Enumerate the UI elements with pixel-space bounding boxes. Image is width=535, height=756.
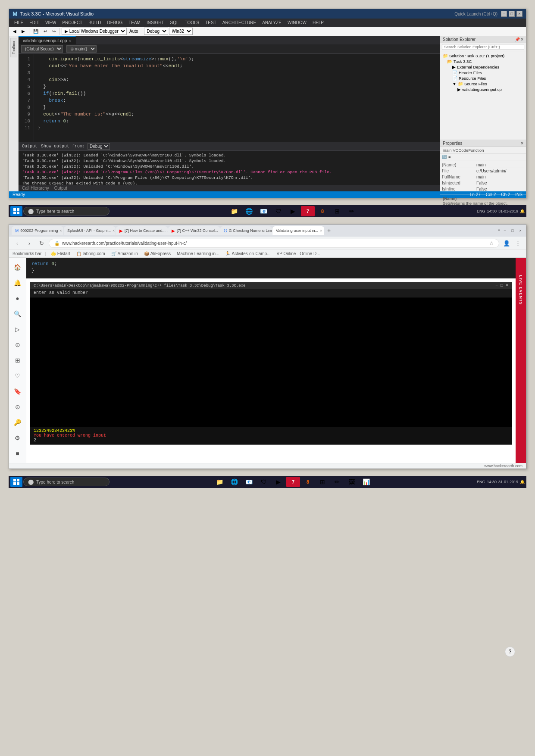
menu-team[interactable]: TEAM: [126, 19, 143, 26]
taskbar-app-grid[interactable]: ⊞: [330, 206, 344, 216]
taskbar-app-mail[interactable]: 📧: [257, 206, 271, 216]
sidebar-stop-icon[interactable]: ■: [12, 447, 24, 459]
taskbar-app-edit[interactable]: ✏: [345, 206, 359, 216]
moodle-tab-close-icon[interactable]: ×: [59, 228, 62, 233]
taskbar-app-explorer[interactable]: 📁: [228, 206, 241, 216]
taskbar-search-box[interactable]: ⬤ Type here to search: [23, 207, 110, 216]
tree-item-source[interactable]: ▼ 📁 Source Files: [442, 81, 524, 87]
browser-menu-icon[interactable]: ⋮: [513, 238, 522, 248]
bookmark-labong[interactable]: 📋 labong.com: [75, 251, 106, 256]
menu-build[interactable]: BUILD: [86, 19, 103, 26]
new-tab-button[interactable]: +: [325, 226, 333, 235]
menu-test[interactable]: TEST: [203, 19, 219, 26]
taskbar2-app-mail[interactable]: 📧: [242, 477, 256, 487]
menu-file[interactable]: FILE: [12, 19, 26, 26]
taskbar2-app-explorer[interactable]: 📁: [213, 477, 227, 487]
taskbar2-app-8[interactable]: 8: [301, 477, 315, 487]
quick-launch[interactable]: Quick Launch (Ctrl+Q): [454, 12, 497, 16]
sidebar-refresh-icon[interactable]: ⊙: [12, 339, 24, 351]
platform-select[interactable]: Win32: [169, 28, 193, 35]
address-bar[interactable]: 🔒 www.hackerearth.com/practice/tutorials…: [49, 239, 499, 248]
sidebar-play-icon[interactable]: ▷: [12, 323, 24, 335]
tree-item-solution[interactable]: 📁 Solution 'Task 3.3C' (1 project): [442, 53, 524, 59]
user-account-icon[interactable]: 👤: [502, 238, 511, 248]
taskbar-app-chrome[interactable]: 🌐: [242, 206, 256, 216]
menu-sql[interactable]: SQL: [168, 19, 181, 26]
systray2-notification[interactable]: 🔔: [520, 480, 525, 484]
bookmark-flistart[interactable]: 🌟 Flistart: [50, 251, 72, 256]
props-close-icon[interactable]: ×: [521, 141, 523, 146]
tree-item-headers[interactable]: 📄 Header Files: [442, 70, 524, 75]
output-tab[interactable]: Output: [54, 186, 67, 191]
sidebar-key-icon[interactable]: 🔑: [12, 416, 24, 428]
taskbar2-app-shield[interactable]: 🛡: [257, 477, 271, 487]
solution-explorer-tab[interactable]: Toolbox: [10, 38, 17, 57]
active-tab-close-icon[interactable]: ×: [320, 228, 322, 233]
sidebar-dot-icon[interactable]: ●: [12, 292, 24, 304]
sidebar-home-icon[interactable]: 🏠: [12, 261, 24, 273]
bookmark-star-icon[interactable]: ☆: [489, 241, 494, 246]
splashedit-tab-close-icon[interactable]: ×: [113, 228, 115, 233]
browser-restore-button[interactable]: □: [510, 228, 516, 234]
solution-search-input[interactable]: [442, 44, 524, 50]
minimize-button[interactable]: −: [501, 11, 507, 17]
menu-architecture[interactable]: ARCHITECTURE: [220, 19, 259, 26]
taskbar2-app-grid[interactable]: ⊞: [316, 477, 329, 487]
taskbar-app-7[interactable]: 7: [301, 206, 315, 216]
browser-close-button[interactable]: ×: [517, 228, 523, 234]
sidebar-bookmark-icon[interactable]: 🔖: [12, 385, 24, 397]
menu-insight[interactable]: INSIGHT: [144, 19, 167, 26]
vs-code-content[interactable]: cin.ignore(numeric_limits<streamsize>::m…: [34, 54, 440, 142]
taskbar2-app-media[interactable]: ▶: [272, 477, 285, 487]
output-source-select[interactable]: Debug: [88, 143, 110, 150]
menu-project[interactable]: PROJECT: [59, 19, 85, 26]
menu-edit[interactable]: EDIT: [27, 19, 42, 26]
menu-analyze[interactable]: ANALYZE: [260, 19, 284, 26]
scope-select[interactable]: (Global Scope): [21, 45, 63, 53]
restore-button[interactable]: □: [509, 11, 515, 17]
function-select[interactable]: ⊕ main(): [66, 45, 97, 53]
bookmark-aliexpress[interactable]: 📦 AliExpress: [143, 251, 172, 256]
terminal-close-icon[interactable]: ×: [506, 283, 508, 288]
menu-debug[interactable]: DEBUG: [105, 19, 125, 26]
toolbar-redo[interactable]: ↪: [50, 28, 58, 34]
terminal-minimize-icon[interactable]: −: [495, 283, 498, 288]
call-hierarchy-tab[interactable]: Call Hierarchy: [22, 186, 49, 191]
tab-close-icon[interactable]: ×: [69, 39, 71, 43]
reload-button[interactable]: ↻: [37, 238, 46, 248]
minimize-win-icon[interactable]: ≡: [498, 228, 500, 234]
sidebar-heart-icon[interactable]: ♡: [12, 370, 24, 382]
props-sort-icon[interactable]: 🔠: [442, 155, 447, 159]
toolbar-undo[interactable]: ↩: [41, 28, 49, 34]
browser-tab-moodle[interactable]: M 900202-Programming ×: [12, 226, 63, 235]
tree-item-project[interactable]: 📂 Task 3.3C: [442, 59, 524, 64]
bookmark-ml[interactable]: Machine Learning in...: [175, 251, 220, 256]
tree-item-external[interactable]: ▶ External Dependencies: [442, 64, 524, 70]
taskbar2-app-edit[interactable]: ✏: [330, 477, 344, 487]
sidebar-search-icon[interactable]: 🔍: [12, 308, 24, 320]
sidebar-activity-icon[interactable]: 🔔: [12, 277, 24, 289]
close-button[interactable]: ×: [516, 11, 522, 17]
how-to-tab-close-icon[interactable]: ×: [167, 228, 168, 233]
toolbar-back[interactable]: ◀: [11, 28, 19, 34]
props-list-icon[interactable]: ≡: [448, 155, 451, 159]
menu-tools[interactable]: TOOLS: [182, 19, 202, 26]
debug-config-select[interactable]: Debug: [144, 28, 168, 35]
menu-help[interactable]: HELP: [310, 19, 326, 26]
browser-tab-active[interactable]: Validating user input in... ×: [272, 226, 324, 235]
taskbar-search-box-2[interactable]: ⬤ Type here to search: [23, 478, 110, 486]
taskbar-app-media[interactable]: ▶: [286, 206, 300, 216]
sidebar-grid-icon[interactable]: ⊞: [12, 354, 24, 366]
toolbar-forward[interactable]: ▶: [19, 28, 27, 34]
start-button[interactable]: [10, 206, 22, 216]
bookmark-amazon[interactable]: 🛒 Amazon.in: [110, 251, 139, 256]
toolbar-save[interactable]: 💾: [31, 28, 41, 34]
taskbar2-app-7[interactable]: 7: [286, 477, 300, 487]
systray-notification[interactable]: 🔔: [520, 209, 525, 213]
help-button[interactable]: ?: [505, 647, 515, 657]
menu-view[interactable]: VIEW: [43, 19, 59, 26]
close-panel-icon[interactable]: ×: [521, 37, 523, 42]
tree-item-file[interactable]: ▶ validatinguserinput.cp: [442, 87, 524, 92]
tree-item-resources[interactable]: 📄 Resource Files: [442, 75, 524, 81]
taskbar-app-shield[interactable]: 🛡: [272, 206, 285, 216]
